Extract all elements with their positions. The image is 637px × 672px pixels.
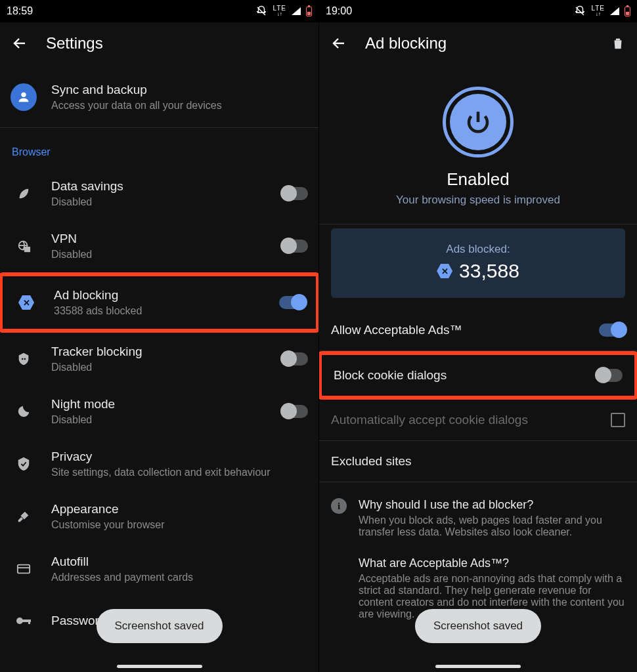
- highlight-ad-blocking: ✕ Ad blocking33588 ads blocked: [0, 272, 318, 333]
- back-button[interactable]: [331, 35, 347, 51]
- svg-point-0: [21, 93, 26, 97]
- row-vpn[interactable]: VPNDisabled: [0, 220, 318, 272]
- enabled-subtitle: Your browsing speed is improved: [319, 194, 637, 207]
- svg-point-6: [16, 618, 23, 624]
- checkbox-auto-accept: [611, 413, 625, 427]
- page-title: Ad blocking: [365, 34, 592, 52]
- status-clock: 19:00: [326, 5, 574, 17]
- toggle-allow-acceptable[interactable]: [599, 324, 625, 337]
- toggle-vpn[interactable]: [282, 240, 308, 253]
- sync-row[interactable]: Sync and backup Access your data on all …: [0, 64, 318, 127]
- card-icon: [11, 563, 37, 575]
- battery-icon: [306, 7, 312, 16]
- signal-icon: [610, 7, 619, 15]
- signal-icon: [292, 7, 301, 15]
- nav-bar[interactable]: [117, 665, 202, 668]
- svg-rect-8: [28, 620, 30, 624]
- shield-x-icon: ✕: [437, 264, 452, 278]
- highlight-cookie-dialogs: Block cookie dialogs: [318, 351, 637, 400]
- toggle-data-savings[interactable]: [282, 187, 308, 200]
- status-bar: 18:59 LTE↓↑: [0, 0, 318, 22]
- status-bar: 19:00 LTE↓↑: [319, 0, 637, 22]
- leaf-icon: [11, 186, 37, 201]
- toggle-night-mode[interactable]: [282, 405, 308, 418]
- row-allow-acceptable-ads[interactable]: Allow Acceptable Ads™: [319, 310, 637, 350]
- mute-icon: [255, 5, 267, 17]
- globe-lock-icon: [11, 239, 37, 253]
- section-browser: Browser: [0, 128, 318, 167]
- toggle-block-cookie[interactable]: [596, 369, 623, 382]
- toggle-ad-blocking[interactable]: [279, 296, 305, 309]
- shield-x-icon: ✕: [13, 295, 39, 310]
- row-autofill[interactable]: AutofillAddresses and payment cards: [0, 543, 318, 595]
- svg-rect-5: [18, 565, 30, 574]
- row-auto-accept-cookie: Automatically accept cookie dialogs: [319, 400, 637, 440]
- power-button[interactable]: [443, 87, 514, 158]
- sync-title: Sync and backup: [51, 83, 308, 97]
- key-icon: [11, 616, 37, 625]
- row-ad-blocking[interactable]: ✕ Ad blocking33588 ads blocked: [3, 276, 316, 329]
- info-icon: i: [331, 498, 347, 514]
- enabled-panel: Enabled Your browsing speed is improved: [319, 64, 637, 224]
- brush-icon: [11, 509, 37, 524]
- sync-subtitle: Access your data on all your devices: [51, 100, 308, 112]
- status-clock: 18:59: [7, 5, 255, 17]
- battery-icon: [625, 7, 630, 16]
- row-tracker-blocking[interactable]: Tracker blockingDisabled: [0, 333, 318, 385]
- nav-bar[interactable]: [435, 665, 521, 668]
- svg-point-3: [22, 358, 24, 360]
- row-block-cookie-dialogs[interactable]: Block cookie dialogs: [322, 355, 634, 396]
- right-screen: 19:00 LTE↓↑ Ad blocking Enabled Your bro…: [318, 0, 637, 672]
- avatar-icon: [11, 83, 37, 111]
- row-night-mode[interactable]: Night modeDisabled: [0, 385, 318, 438]
- toast: Screenshot saved: [415, 609, 541, 643]
- enabled-title: Enabled: [319, 169, 637, 190]
- app-bar: Settings: [0, 22, 318, 64]
- svg-rect-2: [25, 247, 30, 251]
- svg-point-4: [24, 358, 26, 360]
- delete-button[interactable]: [611, 36, 625, 51]
- toast: Screenshot saved: [96, 609, 222, 643]
- stats-card: Ads blocked: ✕ 33,588: [331, 228, 625, 298]
- lte-icon: LTE↓↑: [591, 5, 605, 17]
- stats-label: Ads blocked:: [331, 243, 625, 256]
- page-title: Settings: [46, 34, 307, 52]
- row-privacy[interactable]: PrivacySite settings, data collection an…: [0, 438, 318, 490]
- row-appearance[interactable]: AppearanceCustomise your browser: [0, 490, 318, 543]
- shield-check-icon: [11, 457, 37, 471]
- mute-icon: [574, 5, 586, 17]
- back-button[interactable]: [12, 35, 28, 51]
- row-data-savings[interactable]: Data savingsDisabled: [0, 167, 318, 220]
- left-screen: 18:59 LTE↓↑ Settings Sync and backup Acc…: [0, 0, 318, 672]
- toggle-tracker[interactable]: [282, 352, 308, 366]
- lte-icon: LTE↓↑: [273, 5, 286, 17]
- tracker-icon: [11, 352, 37, 366]
- moon-icon: [11, 404, 37, 419]
- stats-value: ✕ 33,588: [331, 260, 625, 282]
- app-bar: Ad blocking: [319, 22, 637, 64]
- row-excluded-sites[interactable]: Excluded sites: [319, 441, 637, 482]
- info-ad-blocker: i Why should I use the ad blocker? When …: [319, 489, 637, 547]
